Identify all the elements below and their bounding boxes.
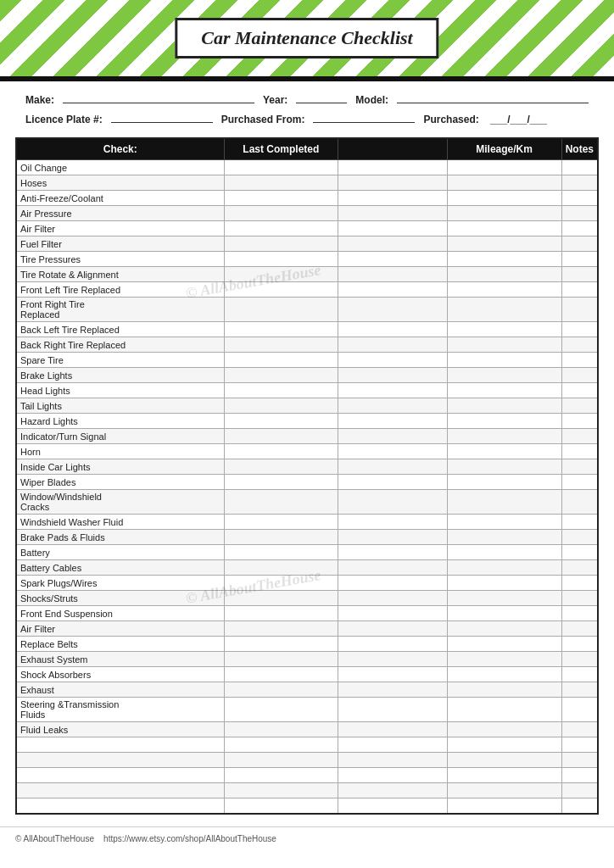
row-notes — [561, 175, 598, 191]
row-last-completed-1 — [224, 160, 338, 175]
row-notes — [561, 221, 598, 236]
row-last-completed-2 — [338, 768, 447, 783]
table-container: © AllAboutTheHouse © AllAboutTheHouse Ch… — [15, 137, 599, 815]
row-last-completed-2 — [338, 337, 447, 353]
row-mileage — [447, 337, 561, 353]
row-check-item: Back Right Tire Replaced — [16, 337, 224, 353]
row-notes — [561, 398, 598, 414]
row-last-completed-2 — [338, 206, 447, 221]
table-row — [16, 768, 598, 783]
row-check-item: Spare Tire — [16, 353, 224, 368]
row-notes — [561, 768, 598, 783]
row-last-completed-2 — [338, 221, 447, 236]
row-notes — [561, 236, 598, 252]
row-last-completed-1 — [224, 783, 338, 798]
row-last-completed-1 — [224, 298, 338, 322]
row-last-completed-2 — [338, 621, 447, 637]
row-last-completed-1 — [224, 337, 338, 353]
row-last-completed-2 — [338, 783, 447, 798]
row-last-completed-2 — [338, 530, 447, 545]
row-last-completed-1 — [224, 191, 338, 206]
row-last-completed-1 — [224, 576, 338, 591]
table-row: Brake Lights — [16, 368, 598, 383]
row-last-completed-1 — [224, 175, 338, 191]
info-row-1: Make: Year: Model: — [25, 90, 589, 106]
row-last-completed-2 — [338, 459, 447, 475]
row-check-item: Horn — [16, 444, 224, 459]
row-mileage — [447, 515, 561, 530]
row-check-item: Fuel Filter — [16, 236, 224, 252]
row-mileage — [447, 606, 561, 621]
row-check-item: Air Pressure — [16, 206, 224, 221]
row-mileage — [447, 637, 561, 652]
row-check-item: Air Filter — [16, 221, 224, 236]
row-last-completed-2 — [338, 737, 447, 753]
row-notes — [561, 368, 598, 383]
row-last-completed-1 — [224, 722, 338, 737]
row-check-item: Tire Rotate & Alignment — [16, 267, 224, 282]
table-wrap: © AllAboutTheHouse © AllAboutTheHouse Ch… — [0, 134, 614, 823]
table-row: Exhaust System — [16, 652, 598, 667]
table-row — [16, 753, 598, 768]
row-last-completed-1 — [224, 652, 338, 667]
row-check-item: Front Left Tire Replaced — [16, 282, 224, 298]
table-row: Back Left Tire Replaced — [16, 322, 598, 337]
table-row — [16, 798, 598, 814]
licence-field — [111, 109, 213, 123]
row-last-completed-1 — [224, 768, 338, 783]
row-check-item — [16, 798, 224, 814]
row-notes — [561, 798, 598, 814]
row-notes — [561, 637, 598, 652]
row-last-completed-2 — [338, 753, 447, 768]
row-last-completed-2 — [338, 282, 447, 298]
table-row: Brake Pads & Fluids — [16, 530, 598, 545]
col-notes: Notes — [561, 138, 598, 160]
footer: © AllAboutTheHouse https://www.etsy.com/… — [0, 826, 614, 849]
row-check-item: Wiper Blades — [16, 475, 224, 490]
row-check-item: Windshield Washer Fluid — [16, 515, 224, 530]
info-section: Make: Year: Model: Licence Plate #: Purc… — [0, 81, 614, 134]
row-notes — [561, 576, 598, 591]
row-notes — [561, 722, 598, 737]
row-check-item: Oil Change — [16, 160, 224, 175]
row-last-completed-2 — [338, 414, 447, 429]
row-last-completed-2 — [338, 353, 447, 368]
table-row: Horn — [16, 444, 598, 459]
row-notes — [561, 353, 598, 368]
row-notes — [561, 667, 598, 682]
row-mileage — [447, 667, 561, 682]
row-mileage — [447, 353, 561, 368]
row-check-item: Tire Pressures — [16, 252, 224, 267]
row-mileage — [447, 459, 561, 475]
row-last-completed-1 — [224, 637, 338, 652]
row-last-completed-1 — [224, 206, 338, 221]
table-row: Tail Lights — [16, 398, 598, 414]
row-notes — [561, 545, 598, 560]
row-check-item — [16, 753, 224, 768]
row-last-completed-2 — [338, 722, 447, 737]
row-notes — [561, 429, 598, 444]
row-last-completed-1 — [224, 252, 338, 267]
row-last-completed-2 — [338, 175, 447, 191]
row-last-completed-2 — [338, 252, 447, 267]
row-mileage — [447, 475, 561, 490]
table-row: Window/WindshieldCracks — [16, 490, 598, 515]
col-last-completed-2 — [338, 138, 447, 160]
table-row: Indicator/Turn Signal — [16, 429, 598, 444]
row-notes — [561, 591, 598, 606]
row-last-completed-2 — [338, 398, 447, 414]
table-row: Replace Belts — [16, 637, 598, 652]
purchased-label: Purchased: — [423, 114, 478, 125]
year-field — [296, 90, 347, 103]
table-row: Battery Cables — [16, 560, 598, 576]
row-last-completed-1 — [224, 621, 338, 637]
table-row: Oil Change — [16, 160, 598, 175]
row-mileage — [447, 530, 561, 545]
row-last-completed-1 — [224, 667, 338, 682]
row-last-completed-1 — [224, 429, 338, 444]
row-last-completed-2 — [338, 160, 447, 175]
purchased-date-slash: ___/___/___ — [488, 114, 547, 125]
row-notes — [561, 322, 598, 337]
row-notes — [561, 459, 598, 475]
row-last-completed-2 — [338, 591, 447, 606]
